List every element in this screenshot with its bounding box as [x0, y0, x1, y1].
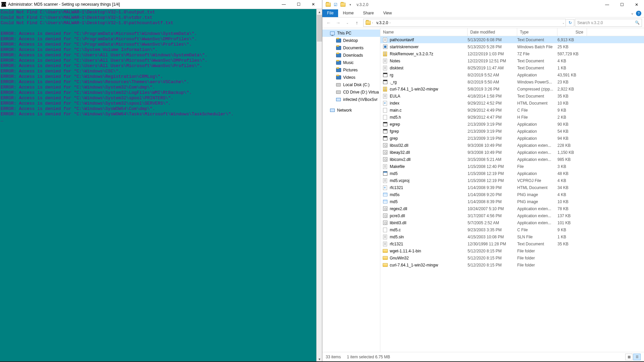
file-name: rg: [390, 73, 393, 77]
col-size[interactable]: Size: [557, 28, 587, 36]
qat-dropdown-icon[interactable]: ▾: [346, 1, 354, 8]
table-row[interactable]: disktest8/25/2019 11:47 AMText Document1…: [380, 64, 644, 71]
file-date: 8/2/2019 5:52 AM: [468, 73, 517, 77]
minimize-button[interactable]: —: [600, 0, 614, 9]
nav-item[interactable]: Local Disk (C:): [322, 81, 380, 88]
table-row[interactable]: md5.c9/23/2003 3:35 PMC File9 KB: [380, 226, 644, 233]
folder-icon[interactable]: [324, 1, 332, 8]
nav-item[interactable]: Downloads: [322, 52, 380, 59]
table-row[interactable]: rfc13211/14/2008 9:39 PMHTML Document34 …: [380, 184, 644, 191]
nav-history-dropdown[interactable]: ⌄: [343, 18, 352, 27]
nav-item[interactable]: Music: [322, 59, 380, 66]
refresh-button[interactable]: ↻: [566, 19, 574, 26]
table-row[interactable]: pathcountavtf5/13/2020 6:08 PMText Docum…: [380, 36, 644, 43]
table-row[interactable]: libiconv2.dll3/15/2008 5:21 AMApplicatio…: [380, 156, 644, 163]
explorer-titlebar[interactable]: ☑ ▾ v.3.2.0 — ☐ ✕: [322, 0, 644, 9]
table-row[interactable]: index9/29/2012 4:52 PMHTML Document10 KB: [380, 100, 644, 107]
console-titlebar[interactable]: C:\ Administrator: MD5 scanner - Setting…: [0, 0, 322, 9]
tab-file[interactable]: File: [322, 9, 338, 17]
table-row[interactable]: RiskRemover_v.3.2.0.7z12/22/2019 1:03 PM…: [380, 50, 644, 57]
col-name[interactable]: Name: [380, 28, 468, 36]
console-output: Could Not Find C:\Users\MALWAR~1\Desktop…: [0, 9, 316, 362]
maximize-button[interactable]: ☐: [291, 0, 306, 9]
nav-up-button[interactable]: ↑: [353, 18, 361, 27]
table-row[interactable]: GnuWin325/12/2020 8:15 PMFile folder: [380, 254, 644, 261]
table-row[interactable]: libssl32.dll9/3/2008 10:49 PMApplication…: [380, 142, 644, 149]
file-icon: [382, 129, 388, 134]
qat-properties-icon[interactable]: ☑: [332, 1, 339, 8]
table-row[interactable]: md5s1/14/2008 9:20 PMPNG image4 KB: [380, 191, 644, 198]
nav-item[interactable]: This PC: [322, 29, 380, 37]
console-body[interactable]: Could Not Find C:\Users\MALWAR~1\Desktop…: [0, 9, 322, 362]
close-button[interactable]: ✕: [629, 0, 644, 9]
file-size: 34 KB: [557, 185, 587, 190]
table-row[interactable]: grep2/13/2009 3:19 PMApplication94 KB: [380, 135, 644, 142]
file-date: 9/3/2008 10:49 PM: [468, 150, 517, 155]
nav-item[interactable]: Documents: [322, 44, 380, 52]
table-row[interactable]: fgrep2/13/2009 3:19 PMApplication54 KB: [380, 128, 644, 135]
nav-forward-button[interactable]: →: [334, 18, 342, 27]
maximize-button[interactable]: ☐: [614, 0, 629, 9]
tab-share[interactable]: Share: [358, 9, 378, 17]
breadcrumb-dropdown-icon[interactable]: ⌄: [562, 21, 565, 24]
file-size: 1 KB: [557, 66, 587, 70]
table-row[interactable]: md5.sln4/15/2003 10:08 PMSLN File1 KB: [380, 233, 644, 240]
table-row[interactable]: startriskremover5/13/2020 5:28 PMWindows…: [380, 43, 644, 50]
table-row[interactable]: curl-7.64.1_1-win32-mingw5/8/2019 3:26 P…: [380, 85, 644, 93]
ribbon-expand-icon[interactable]: ⌄: [631, 11, 634, 16]
table-row[interactable]: wget-1.11.4-1-bin5/12/2020 8:15 PMFile f…: [380, 247, 644, 254]
table-row[interactable]: Notes12/22/2019 12:51 PMText Document4 K…: [380, 57, 644, 64]
file-icon: [382, 79, 388, 85]
help-icon[interactable]: ?: [636, 11, 641, 16]
table-row[interactable]: rfc132112/30/1998 11:28 PMText Document3…: [380, 240, 644, 247]
breadcrumb-segment[interactable]: v.3.2.0: [376, 20, 388, 25]
view-tiles-button[interactable]: ▦: [625, 354, 633, 360]
table-row[interactable]: md51/15/2008 12:19 PMApplication48 KB: [380, 170, 644, 177]
scroll-thumb[interactable]: [317, 15, 322, 42]
table-row[interactable]: pcre3.dll3/17/2007 4:56 PMApplication ex…: [380, 212, 644, 219]
table-row[interactable]: regex2.dll10/24/2007 5:10 PMApplication …: [380, 205, 644, 212]
table-row[interactable]: md5.h9/29/2012 4:47 PMH File2 KB: [380, 114, 644, 121]
close-button[interactable]: ✕: [306, 0, 321, 9]
file-size: 48 KB: [557, 171, 587, 176]
status-bar: 33 items 1 item selected 6.75 MB ▦ ☰: [322, 352, 644, 361]
table-row[interactable]: main.c9/29/2012 4:49 PMC File9 KB: [380, 107, 644, 114]
nav-item[interactable]: Videos: [322, 74, 380, 81]
file-date: 9/29/2012 4:49 PM: [468, 108, 517, 113]
table-row[interactable]: rg8/2/2019 5:52 AMApplication43,591 KB: [380, 71, 644, 78]
nav-item[interactable]: Pictures: [322, 66, 380, 74]
file-size: 10 KB: [557, 199, 587, 204]
col-type[interactable]: Type: [517, 28, 557, 36]
column-headers[interactable]: Name Date modified Type Size: [380, 28, 644, 36]
console-scrollbar[interactable]: ▲ ▼: [316, 9, 322, 362]
nav-item[interactable]: Desktop: [322, 37, 380, 44]
view-details-button[interactable]: ☰: [633, 354, 641, 360]
nav-item[interactable]: Network: [322, 107, 380, 114]
table-row[interactable]: md5.vcproj1/15/2008 12:19 PMVCPROJ File4…: [380, 177, 644, 184]
nav-back-button[interactable]: ←: [324, 18, 333, 27]
table-row[interactable]: EULA4/18/2014 1:58 PMText Document35 KB: [380, 93, 644, 100]
scroll-up-icon[interactable]: ▲: [317, 9, 322, 15]
table-row[interactable]: ._rg8/2/2019 5:50 AMWindows PowerS...23 …: [380, 78, 644, 85]
breadcrumb[interactable]: › v.3.2.0› ⌄: [363, 19, 566, 27]
file-date: 4/18/2014 1:58 PM: [468, 94, 517, 99]
qat-newfolder-icon[interactable]: [339, 1, 346, 8]
table-row[interactable]: libintl3.dll5/7/2005 2:52 AMApplication …: [380, 219, 644, 226]
navigation-pane[interactable]: This PCDesktopDocumentsDownloadsMusicPic…: [322, 28, 380, 352]
table-row[interactable]: curl-7.64.1_1-win32-mingw5/12/2020 8:15 …: [380, 261, 644, 268]
nav-item[interactable]: infected (\\VBoxSvr: [322, 96, 380, 103]
table-row[interactable]: egrep2/13/2009 3:19 PMApplication90 KB: [380, 121, 644, 128]
table-row[interactable]: Makefile1/15/2008 12:40 PMFile3 KB: [380, 163, 644, 170]
minimize-button[interactable]: —: [276, 0, 291, 9]
file-size: 35 KB: [557, 94, 587, 99]
col-date[interactable]: Date modified: [468, 28, 517, 36]
table-row[interactable]: libeay32.dll9/3/2008 10:49 PMApplication…: [380, 149, 644, 156]
search-input[interactable]: Search v.3.2.0 🔍: [575, 19, 642, 27]
file-date: 1/14/2008 9:39 PM: [468, 185, 517, 190]
nav-item[interactable]: CD Drive (D:) Virtua: [322, 88, 380, 96]
table-row[interactable]: md51/14/2008 8:39 PMPNG image10 KB: [380, 198, 644, 205]
status-count: 33 items: [326, 355, 341, 359]
tab-home[interactable]: Home: [338, 9, 358, 17]
tab-view[interactable]: View: [378, 9, 396, 17]
file-rows[interactable]: pathcountavtf5/13/2020 6:08 PMText Docum…: [380, 36, 644, 352]
